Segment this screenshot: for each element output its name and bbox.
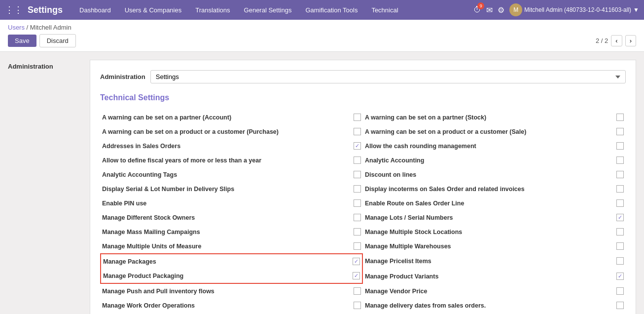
section-title: Technical Settings — [100, 93, 626, 102]
setting-row-right-10: Manage Pricelist Items — [363, 253, 626, 269]
setting-checkbox-left-11[interactable] — [353, 272, 360, 279]
setting-checkbox-right-12[interactable] — [616, 287, 624, 295]
menu-item-users-companies[interactable]: Users & Companies — [118, 0, 189, 20]
setting-label-left-4: Analytic Accounting Tags — [102, 171, 349, 178]
main-menu: Dashboard Users & Companies Translations… — [72, 0, 473, 20]
setting-label-right-8: Manage Multiple Stock Locations — [365, 229, 611, 236]
breadcrumb-current: Mitchell Admin — [30, 24, 72, 31]
setting-checkbox-left-3[interactable] — [354, 157, 361, 164]
sidebar-administration-label: Administration — [8, 60, 82, 73]
grid-icon[interactable]: ⋮⋮ — [5, 4, 23, 15]
setting-checkbox-left-8[interactable] — [354, 228, 361, 236]
setting-checkbox-left-7[interactable] — [354, 214, 361, 221]
menu-item-technical[interactable]: Technical — [364, 0, 405, 20]
menu-item-gamification-tools[interactable]: Gamification Tools — [298, 0, 364, 20]
setting-checkbox-right-10[interactable] — [616, 257, 624, 265]
setting-label-left-11: Manage Product Packaging — [103, 273, 348, 279]
discard-button[interactable]: Discard — [39, 34, 76, 47]
setting-row-right-1: A warning can be set on a product or a c… — [363, 124, 626, 139]
setting-checkbox-right-5[interactable] — [616, 185, 624, 193]
setting-label-left-8: Manage Mass Mailing Campaigns — [102, 229, 349, 236]
setting-label-left-6: Enable PIN use — [102, 200, 349, 207]
setting-checkbox-left-10[interactable] — [353, 258, 360, 265]
setting-row-right-2: Allow the cash rounding management — [363, 139, 626, 153]
setting-checkbox-left-1[interactable] — [354, 128, 361, 135]
next-button[interactable]: › — [625, 35, 636, 46]
setting-checkbox-left-9[interactable] — [354, 242, 361, 250]
setting-checkbox-right-13[interactable] — [616, 302, 624, 309]
menu-item-general-settings[interactable]: General Settings — [237, 0, 299, 20]
breadcrumb-separator: / — [27, 24, 30, 31]
setting-checkbox-left-4[interactable] — [354, 171, 361, 178]
setting-checkbox-right-6[interactable] — [616, 199, 624, 207]
setting-label-right-4: Discount on lines — [365, 171, 611, 178]
settings-icon[interactable]: ⚙ — [498, 5, 504, 15]
pagination: 2 / 2 ‹ › — [596, 35, 636, 46]
setting-label-left-7: Manage Different Stock Owners — [102, 214, 349, 221]
setting-checkbox-right-11[interactable] — [616, 273, 624, 280]
user-label: Mitchell Admin (480733-12-0-411603-all) — [524, 6, 631, 13]
setting-row-right-7: Manage Lots / Serial Numbers — [363, 210, 626, 225]
setting-checkbox-right-9[interactable] — [616, 242, 624, 250]
main-content: Administration Administration Settings T… — [0, 52, 644, 314]
avatar: M — [509, 3, 522, 16]
setting-checkbox-left-2[interactable] — [354, 142, 361, 150]
setting-label-left-3: Allow to define fiscal years of more or … — [102, 157, 349, 164]
breadcrumb: Users / Mitchell Admin — [8, 24, 636, 31]
menu-item-dashboard[interactable]: Dashboard — [72, 0, 118, 20]
setting-row-left-12: Manage Push and Pull inventory flows — [100, 284, 363, 298]
setting-checkbox-left-0[interactable] — [354, 114, 361, 121]
setting-row-left-10: Manage Packages — [100, 253, 363, 269]
setting-row-right-12: Manage Vendor Price — [363, 284, 626, 298]
setting-label-right-3: Analytic Accounting — [365, 157, 611, 164]
settings-dropdown[interactable]: Settings — [150, 70, 626, 83]
setting-label-right-13: Manage delivery dates from sales orders. — [365, 302, 611, 309]
setting-label-right-0: A warning can be set on a partner (Stock… — [365, 114, 611, 121]
action-bar: Users / Mitchell Admin Save Discard 2 / … — [0, 20, 644, 52]
setting-label-right-12: Manage Vendor Price — [365, 288, 611, 295]
setting-checkbox-right-8[interactable] — [616, 228, 624, 236]
settings-grid: A warning can be set on a partner (Accou… — [100, 110, 626, 313]
topnav: ⋮⋮ Settings Dashboard Users & Companies … — [0, 0, 644, 20]
left-sidebar: Administration — [8, 60, 82, 314]
setting-label-left-2: Addresses in Sales Orders — [102, 143, 349, 150]
setting-row-right-13: Manage delivery dates from sales orders. — [363, 298, 626, 313]
setting-checkbox-right-4[interactable] — [616, 171, 624, 178]
save-button[interactable]: Save — [8, 35, 36, 47]
user-menu[interactable]: M Mitchell Admin (480733-12-0-411603-all… — [509, 3, 639, 16]
setting-label-left-12: Manage Push and Pull inventory flows — [102, 288, 349, 295]
admin-row: Administration Settings — [100, 70, 626, 83]
setting-checkbox-right-7[interactable] — [616, 214, 624, 221]
setting-label-right-2: Allow the cash rounding management — [365, 143, 611, 150]
menu-item-translations[interactable]: Translations — [188, 0, 237, 20]
setting-checkbox-left-12[interactable] — [354, 287, 361, 295]
setting-checkbox-right-3[interactable] — [616, 157, 624, 164]
setting-checkbox-left-13[interactable] — [354, 302, 361, 309]
topnav-right: ⏱ 9 ✉ ⚙ M Mitchell Admin (480733-12-0-41… — [473, 3, 639, 16]
chevron-down-icon: ▼ — [633, 6, 639, 13]
setting-checkbox-right-2[interactable] — [616, 142, 624, 150]
notification-badge: 9 — [477, 2, 484, 9]
setting-label-right-1: A warning can be set on a product or a c… — [365, 128, 611, 135]
setting-checkbox-right-0[interactable] — [616, 114, 624, 121]
setting-label-left-10: Manage Packages — [103, 258, 348, 265]
setting-label-left-13: Manage Work Order Operations — [102, 302, 349, 309]
setting-checkbox-left-5[interactable] — [354, 185, 361, 193]
setting-row-right-4: Discount on lines — [363, 167, 626, 182]
setting-checkbox-right-1[interactable] — [616, 128, 624, 135]
setting-row-right-9: Manage Multiple Warehouses — [363, 239, 626, 253]
action-buttons: Save Discard 2 / 2 ‹ › — [8, 34, 636, 47]
setting-row-left-9: Manage Multiple Units of Measure — [100, 239, 363, 253]
activity-icon[interactable]: ⏱ 9 — [473, 5, 481, 14]
prev-button[interactable]: ‹ — [611, 35, 622, 46]
breadcrumb-parent[interactable]: Users — [8, 24, 25, 31]
setting-label-right-5: Display incoterms on Sales Order and rel… — [365, 186, 611, 193]
admin-label: Administration — [100, 73, 145, 80]
setting-row-left-1: A warning can be set on a product or a c… — [100, 124, 363, 139]
setting-row-left-5: Display Serial & Lot Number in Delivery … — [100, 182, 363, 196]
setting-row-left-8: Manage Mass Mailing Campaigns — [100, 225, 363, 239]
setting-row-right-0: A warning can be set on a partner (Stock… — [363, 110, 626, 124]
setting-row-right-8: Manage Multiple Stock Locations — [363, 225, 626, 239]
setting-checkbox-left-6[interactable] — [354, 199, 361, 207]
chat-icon[interactable]: ✉ — [486, 5, 493, 15]
